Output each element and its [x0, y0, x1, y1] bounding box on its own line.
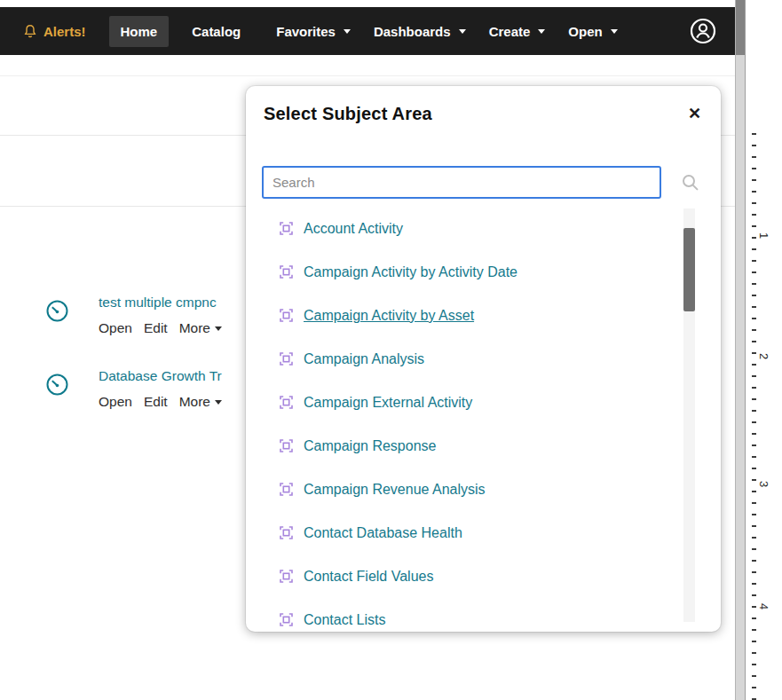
list-item: test multiple cmpnc Open Edit More — [45, 294, 222, 336]
nav-item-favorites[interactable]: Favorites — [276, 24, 351, 39]
dashboard-link[interactable]: Database Growth Tr — [99, 367, 222, 385]
dashboard-gauge-icon — [45, 373, 69, 397]
more-menu-button[interactable]: More — [179, 394, 222, 410]
user-profile-icon — [689, 17, 717, 45]
window-scrollbar-track[interactable] — [735, 0, 746, 700]
nav-item-open[interactable]: Open — [568, 24, 617, 39]
ruler-number: 2 — [757, 353, 770, 359]
nav-item-create[interactable]: Create — [489, 24, 546, 39]
subject-area-icon — [279, 438, 294, 453]
chevron-down-icon — [611, 29, 618, 34]
select-subject-area-dialog: Select Subject Area ✕ Account Activity C… — [246, 86, 721, 632]
list-item: Database Growth Tr Open Edit More — [45, 367, 222, 410]
edit-link[interactable]: Edit — [144, 320, 168, 336]
user-profile-button[interactable] — [689, 17, 717, 45]
top-navigation-bar: Alerts! Home Catalog Favorites Dashboard… — [0, 7, 735, 55]
dashboard-gauge-icon — [45, 299, 69, 323]
subject-area-item[interactable]: Campaign Activity by Activity Date — [246, 250, 721, 294]
list-scrollbar-thumb[interactable] — [683, 228, 695, 311]
ruler-tick-marks — [752, 133, 756, 700]
nav-item-dashboards[interactable]: Dashboards — [374, 24, 466, 39]
search-icon[interactable] — [681, 173, 699, 192]
dashboard-link[interactable]: test multiple cmpnc — [99, 294, 222, 311]
subject-area-item[interactable]: Campaign Analysis — [246, 337, 721, 381]
vertical-ruler: 1 2 3 4 — [746, 0, 782, 700]
chevron-down-icon — [459, 29, 466, 34]
dialog-title: Select Subject Area — [264, 104, 432, 124]
open-link[interactable]: Open — [99, 320, 132, 336]
subject-area-item[interactable]: Campaign External Activity — [246, 381, 721, 424]
chevron-down-icon — [215, 326, 222, 331]
subject-area-item[interactable]: Account Activity — [246, 207, 721, 250]
alerts-label: Alerts! — [43, 24, 86, 39]
subject-area-icon — [279, 525, 294, 540]
chevron-down-icon — [344, 29, 351, 34]
chevron-down-icon — [215, 400, 222, 405]
divider — [0, 75, 735, 76]
subject-area-icon — [279, 395, 294, 410]
subject-area-icon — [279, 221, 294, 236]
ruler-number: 3 — [757, 481, 770, 487]
ruler-number: 4 — [757, 603, 770, 610]
open-link[interactable]: Open — [99, 394, 132, 410]
subject-area-item[interactable]: Campaign Activity by Asset — [246, 294, 721, 337]
subject-area-icon — [279, 308, 294, 323]
subject-area-icon — [279, 482, 294, 497]
subject-area-item[interactable]: Campaign Response — [246, 424, 721, 468]
subject-area-item[interactable]: Contact Lists — [246, 598, 721, 632]
subject-area-icon — [279, 264, 294, 279]
subject-area-icon — [279, 612, 294, 627]
alerts-button[interactable]: Alerts! — [23, 24, 86, 39]
nav-item-home[interactable]: Home — [109, 16, 170, 47]
more-menu-button[interactable]: More — [179, 320, 222, 336]
nav-item-catalog[interactable]: Catalog — [192, 24, 241, 39]
subject-area-icon — [279, 351, 294, 366]
chevron-down-icon — [538, 29, 545, 34]
subject-area-list: Account Activity Campaign Activity by Ac… — [246, 207, 721, 632]
screen: Alerts! Home Catalog Favorites Dashboard… — [0, 0, 782, 700]
search-bar — [262, 166, 705, 200]
bell-icon — [23, 24, 37, 39]
close-icon[interactable]: ✕ — [688, 104, 701, 123]
subject-area-item[interactable]: Contact Field Values — [246, 554, 721, 598]
subject-area-item[interactable]: Contact Database Health — [246, 511, 721, 554]
edit-link[interactable]: Edit — [144, 394, 168, 410]
subject-area-item[interactable]: Campaign Revenue Analysis — [246, 468, 721, 511]
window-scrollbar-thumb[interactable] — [736, 0, 745, 55]
subject-area-icon — [279, 569, 294, 584]
ruler-number: 1 — [757, 232, 770, 239]
search-input[interactable] — [262, 166, 661, 199]
